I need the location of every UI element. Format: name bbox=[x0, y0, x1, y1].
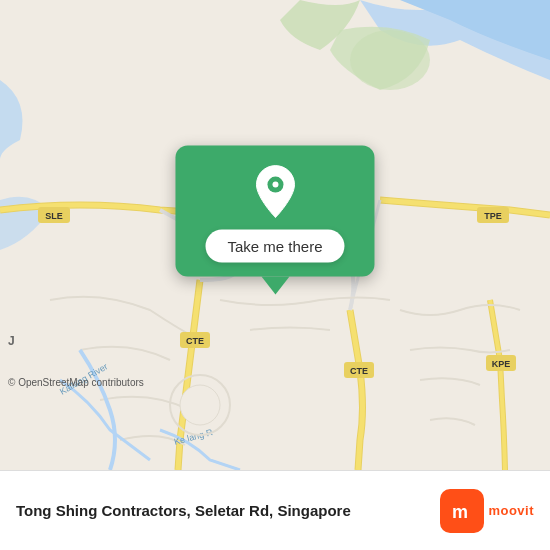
svg-point-18 bbox=[272, 182, 278, 188]
location-pin-icon bbox=[247, 164, 303, 220]
map-attribution: © OpenStreetMap contributors bbox=[8, 377, 144, 388]
popup-card: Take me there bbox=[175, 146, 374, 277]
svg-text:m: m bbox=[452, 502, 468, 522]
popup-overlay: Take me there bbox=[175, 146, 374, 295]
svg-text:KPE: KPE bbox=[492, 359, 511, 369]
svg-text:CTE: CTE bbox=[350, 366, 368, 376]
svg-text:TPE: TPE bbox=[484, 211, 502, 221]
take-me-there-button[interactable]: Take me there bbox=[205, 230, 344, 263]
svg-text:SLE: SLE bbox=[45, 211, 63, 221]
location-info: Tong Shing Contractors, Seletar Rd, Sing… bbox=[16, 502, 351, 519]
location-name: Tong Shing Contractors, Seletar Rd, Sing… bbox=[16, 502, 351, 519]
svg-text:J: J bbox=[8, 334, 15, 348]
svg-point-16 bbox=[180, 385, 220, 425]
moovit-text: moovit bbox=[488, 503, 534, 518]
svg-point-1 bbox=[350, 30, 430, 90]
map-container: SLE TPE CTE CTE KPE Kallang River Ke lan… bbox=[0, 0, 550, 470]
popup-tail bbox=[261, 277, 289, 295]
svg-text:CTE: CTE bbox=[186, 336, 204, 346]
footer: Tong Shing Contractors, Seletar Rd, Sing… bbox=[0, 470, 550, 550]
moovit-icon: m bbox=[440, 489, 484, 533]
moovit-logo[interactable]: m moovit bbox=[440, 489, 534, 533]
